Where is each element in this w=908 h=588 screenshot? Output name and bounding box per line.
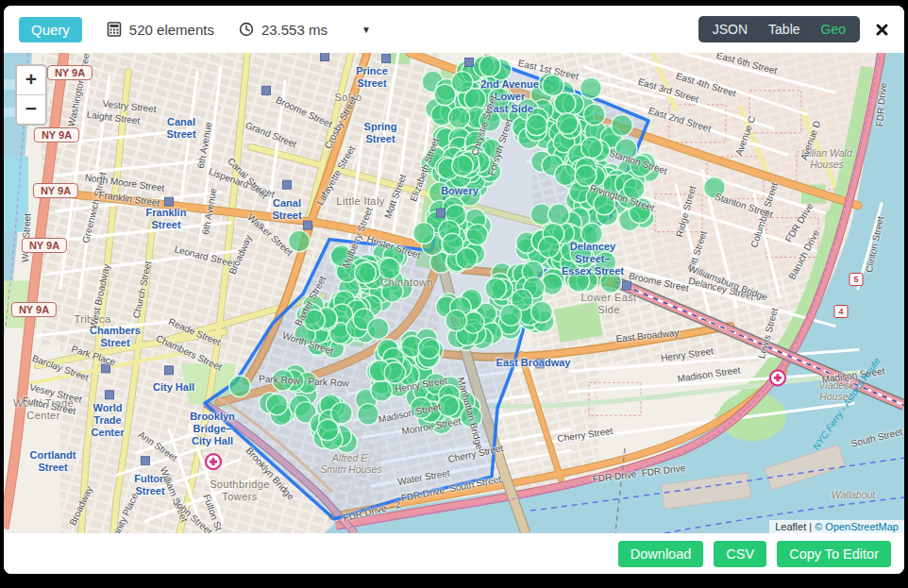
result-marker[interactable] bbox=[413, 223, 435, 244]
result-marker[interactable] bbox=[538, 237, 560, 259]
subway-station-icon bbox=[321, 53, 329, 60]
tab-table[interactable]: Table bbox=[768, 22, 799, 37]
subway-station-icon bbox=[437, 209, 446, 217]
result-marker[interactable] bbox=[623, 178, 645, 200]
result-marker[interactable] bbox=[580, 77, 602, 99]
route-shield: 4 bbox=[834, 305, 849, 318]
route-badge-ny9a: NY 9A bbox=[47, 65, 92, 80]
result-marker[interactable] bbox=[704, 176, 726, 198]
subway-station-icon bbox=[165, 366, 174, 375]
result-marker[interactable] bbox=[451, 72, 473, 93]
result-marker[interactable] bbox=[575, 165, 597, 187]
result-marker[interactable] bbox=[612, 115, 633, 137]
result-marker[interactable] bbox=[479, 110, 501, 132]
result-marker[interactable] bbox=[581, 137, 603, 159]
osm-link[interactable]: © OpenStreetMap bbox=[815, 521, 899, 532]
clock-icon bbox=[239, 22, 254, 37]
subway-station-icon bbox=[165, 197, 174, 206]
result-marker[interactable] bbox=[555, 164, 577, 186]
result-marker[interactable] bbox=[384, 362, 406, 384]
subway-station-icon bbox=[142, 457, 150, 465]
result-marker[interactable] bbox=[543, 75, 564, 96]
subway-station-icon bbox=[465, 58, 474, 66]
route-badge-ny9a: NY 9A bbox=[34, 127, 79, 143]
result-marker[interactable] bbox=[595, 252, 616, 274]
result-marker[interactable] bbox=[272, 370, 294, 392]
map-tiles bbox=[4, 53, 904, 533]
elements-count: 520 elements bbox=[107, 22, 214, 38]
subway-station-icon bbox=[382, 54, 391, 62]
result-marker[interactable] bbox=[568, 271, 590, 293]
attribution: Leaflet | © OpenStreetMap bbox=[769, 520, 904, 533]
result-marker[interactable] bbox=[331, 402, 353, 424]
result-marker[interactable] bbox=[452, 155, 474, 176]
result-marker[interactable] bbox=[266, 394, 288, 415]
subway-station-icon bbox=[262, 86, 271, 94]
map-canvas[interactable]: Prince StreetSpring StreetCanal StreetFr… bbox=[4, 53, 904, 533]
result-marker[interactable] bbox=[500, 305, 522, 327]
leaflet-credit: Leaflet bbox=[775, 521, 806, 532]
result-marker[interactable] bbox=[358, 404, 379, 426]
result-marker[interactable] bbox=[557, 113, 579, 135]
result-marker[interactable] bbox=[368, 318, 390, 340]
tab-json[interactable]: JSON bbox=[713, 22, 748, 37]
result-marker[interactable] bbox=[448, 107, 470, 128]
result-marker[interactable] bbox=[418, 337, 440, 359]
subway-station-icon bbox=[623, 281, 631, 290]
result-marker[interactable] bbox=[570, 244, 592, 265]
result-marker[interactable] bbox=[479, 56, 501, 77]
result-marker[interactable] bbox=[581, 223, 603, 244]
result-marker[interactable] bbox=[526, 114, 547, 136]
result-marker[interactable] bbox=[371, 380, 393, 402]
subway-station-icon bbox=[536, 360, 545, 368]
subway-station-icon bbox=[283, 180, 292, 189]
query-time: 23.553 ms bbox=[239, 22, 328, 38]
download-button[interactable]: Download bbox=[618, 541, 704, 567]
query-button[interactable]: Query bbox=[19, 17, 82, 42]
result-marker[interactable] bbox=[446, 310, 467, 331]
zoom-out-button[interactable]: − bbox=[17, 95, 45, 124]
chevron-down-icon[interactable]: ▼ bbox=[362, 25, 371, 35]
result-marker[interactable] bbox=[531, 301, 553, 323]
result-marker[interactable] bbox=[456, 247, 478, 269]
subway-station-icon bbox=[102, 364, 110, 373]
route-badge-ny9a: NY 9A bbox=[11, 302, 57, 317]
route-badge-ny9a: NY 9A bbox=[22, 238, 67, 253]
calculator-icon bbox=[107, 22, 122, 37]
result-window: Query 520 elements bbox=[4, 6, 904, 574]
zoom-in-button[interactable]: + bbox=[17, 66, 45, 95]
result-marker[interactable] bbox=[379, 258, 401, 279]
route-badge-ny9a: NY 9A bbox=[33, 183, 78, 198]
result-marker[interactable] bbox=[485, 278, 507, 300]
toolbar: Query 520 elements bbox=[4, 6, 904, 53]
result-marker[interactable] bbox=[381, 281, 403, 303]
route-shield: 5 bbox=[849, 273, 864, 286]
footer-toolbar: DownloadCSVCopy To Editor bbox=[4, 533, 904, 574]
csv-button[interactable]: CSV bbox=[714, 541, 766, 567]
result-marker[interactable] bbox=[466, 224, 488, 245]
tab-geo[interactable]: Geo bbox=[821, 22, 846, 37]
result-marker[interactable] bbox=[548, 204, 570, 226]
query-time-label: 23.553 ms bbox=[261, 22, 328, 38]
subway-station-icon bbox=[304, 221, 312, 229]
result-marker[interactable] bbox=[594, 193, 615, 215]
elements-count-label: 520 elements bbox=[129, 22, 214, 38]
result-marker[interactable] bbox=[330, 245, 352, 267]
result-marker[interactable] bbox=[584, 104, 606, 126]
result-marker[interactable] bbox=[304, 310, 326, 331]
result-marker[interactable] bbox=[488, 88, 510, 109]
result-marker[interactable] bbox=[411, 397, 432, 419]
result-marker[interactable] bbox=[229, 376, 251, 397]
result-marker[interactable] bbox=[631, 155, 652, 176]
subway-station-icon bbox=[106, 391, 114, 399]
view-tabs: JSONTableGeo bbox=[698, 16, 860, 42]
close-icon[interactable] bbox=[875, 23, 889, 37]
result-marker[interactable] bbox=[600, 272, 622, 294]
zoom-control: + − bbox=[15, 64, 47, 126]
result-marker[interactable] bbox=[355, 262, 377, 284]
copy-to-editor-button[interactable]: Copy To Editor bbox=[777, 541, 891, 567]
result-marker[interactable] bbox=[438, 395, 460, 416]
result-marker[interactable] bbox=[615, 139, 637, 160]
result-marker[interactable] bbox=[461, 406, 482, 428]
result-marker[interactable] bbox=[289, 230, 311, 252]
